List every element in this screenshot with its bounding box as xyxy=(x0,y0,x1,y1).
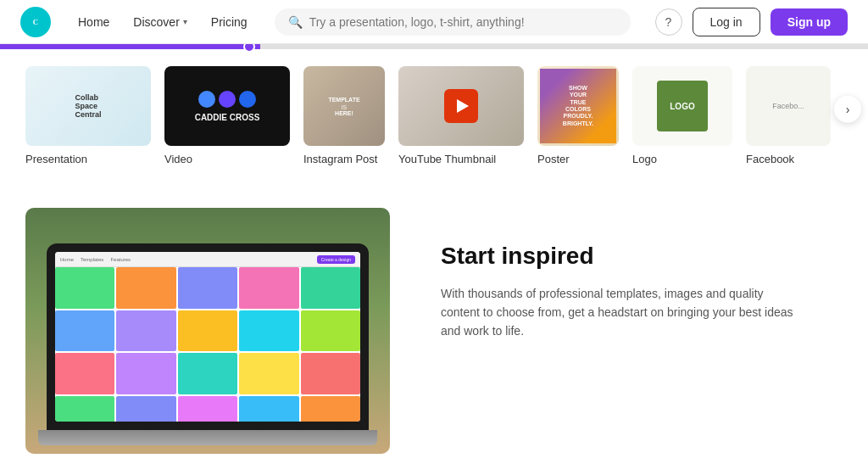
template-card-youtube[interactable]: YouTube Thumbnail xyxy=(398,66,524,165)
nav-pricing[interactable]: Pricing xyxy=(201,10,258,34)
laptop-display: Home Templates Features Create a design xyxy=(55,252,360,422)
template-card-logo[interactable]: LOGO Logo xyxy=(632,66,732,165)
display-grid xyxy=(55,267,360,422)
template-label-instagram: Instagram Post xyxy=(303,153,385,165)
nav-home[interactable]: Home xyxy=(68,10,120,34)
template-card-poster[interactable]: SHOWYOURTRUECOLORSPROUDLY.BRIGHTLY. Post… xyxy=(537,66,619,165)
template-label-video: Video xyxy=(164,153,290,165)
canva-logo[interactable]: C xyxy=(20,7,51,37)
carousel-next-button[interactable]: › xyxy=(834,95,861,122)
login-button[interactable]: Log in xyxy=(693,8,760,36)
template-label-poster: Poster xyxy=(537,153,619,165)
template-grid: CollabSpaceCentral Presentation CADDIE C… xyxy=(25,66,843,165)
template-thumb-youtube xyxy=(398,66,524,146)
nav-discover[interactable]: Discover ▾ xyxy=(123,10,197,34)
laptop-lid: Home Templates Features Create a design xyxy=(47,243,369,430)
search-bar[interactable]: 🔍 xyxy=(275,8,631,36)
template-section: CollabSpaceCentral Presentation CADDIE C… xyxy=(0,49,868,174)
template-thumb-facebook: Facebo... xyxy=(746,66,831,146)
template-card-instagram[interactable]: TEMPLATE IS HERE! Instagram Post xyxy=(303,66,385,165)
help-button[interactable]: ? xyxy=(655,8,682,36)
template-label-logo: Logo xyxy=(632,153,732,165)
laptop-image: Home Templates Features Create a design xyxy=(25,208,390,454)
search-input[interactable] xyxy=(309,15,617,29)
svg-text:C: C xyxy=(33,18,38,26)
search-icon: 🔍 xyxy=(288,15,303,29)
template-thumb-logo: LOGO xyxy=(632,66,732,146)
template-card-video[interactable]: CADDIE CROSS Video xyxy=(164,66,290,165)
navbar: C Home Discover ▾ Pricing 🔍 ? Log in Sig… xyxy=(0,0,868,44)
signup-button[interactable]: Sign up xyxy=(771,8,848,36)
template-thumb-instagram: TEMPLATE IS HERE! xyxy=(303,66,385,146)
template-label-presentation: Presentation xyxy=(25,153,151,165)
template-card-presentation[interactable]: CollabSpaceCentral Presentation xyxy=(25,66,151,165)
template-card-facebook[interactable]: Facebo... Facebook xyxy=(746,66,831,165)
nav-links: Home Discover ▾ Pricing xyxy=(68,10,258,34)
template-label-youtube: YouTube Thumbnail xyxy=(398,153,524,165)
laptop-keyboard xyxy=(38,430,377,445)
chevron-down-icon: ▾ xyxy=(183,17,187,26)
text-content: Start inspired With thousands of profess… xyxy=(441,208,797,341)
template-label-facebook: Facebook xyxy=(746,153,831,165)
template-thumb-presentation: CollabSpaceCentral xyxy=(25,66,151,146)
template-thumb-poster: SHOWYOURTRUECOLORSPROUDLY.BRIGHTLY. xyxy=(537,66,619,146)
hero-title: Start inspired xyxy=(441,242,797,271)
nav-right: ? Log in Sign up xyxy=(655,8,848,36)
hero-description: With thousands of professional templates… xyxy=(441,284,797,341)
template-thumb-video: CADDIE CROSS xyxy=(164,66,290,146)
laptop-device: Home Templates Features Create a design xyxy=(47,243,369,445)
main-content: Home Templates Features Create a design xyxy=(0,182,868,475)
